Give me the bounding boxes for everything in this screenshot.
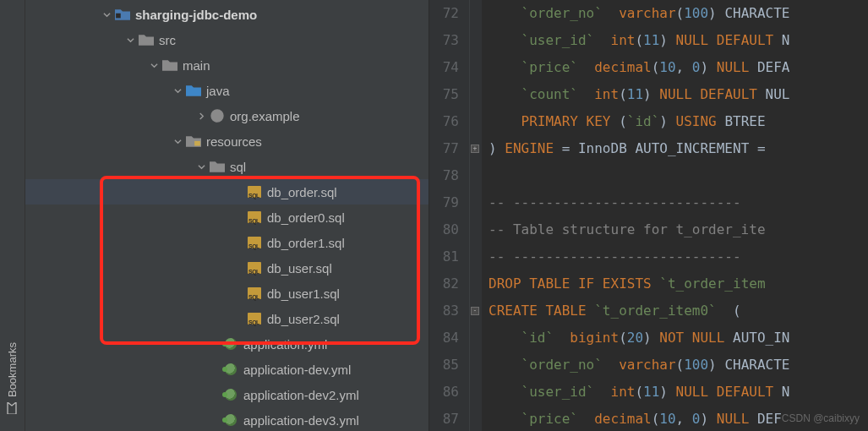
line-number: 78 [429, 162, 459, 189]
sql-file-icon [248, 262, 261, 274]
tree-item-label: db_order1.sql [267, 236, 345, 250]
code-area[interactable]: `order_no` varchar(100) CHARACTE `user_i… [482, 0, 868, 431]
sql-file-icon [248, 313, 261, 325]
line-number: 83 [429, 297, 459, 325]
fold-close-icon[interactable]: + [471, 145, 479, 153]
project-folder-icon [115, 8, 130, 21]
tree-item[interactable]: resources [25, 128, 429, 154]
chevron-down-icon[interactable] [172, 136, 183, 146]
chevron-none [210, 415, 220, 425]
chevron-none [210, 390, 220, 400]
line-number: 85 [429, 352, 459, 379]
chevron-right-icon[interactable] [196, 111, 206, 121]
tree-item-label: db_user1.sql [267, 286, 340, 301]
tree-item[interactable]: main [25, 52, 429, 78]
tree-item-label: application-dev.yml [243, 363, 351, 377]
code-line[interactable]: ) ENGINE = InnoDB AUTO_INCREMENT = [489, 135, 868, 162]
tree-item-label: application.yml [243, 337, 327, 352]
code-line[interactable]: `user_id` int(11) NULL DEFAULT N [489, 379, 868, 406]
tree-item-label: db_user2.sql [267, 312, 340, 326]
code-line[interactable]: `price` decimal(10, 0) NULL DEFA [489, 54, 868, 81]
code-line[interactable]: `count` int(11) NULL DEFAULT NUL [489, 81, 868, 108]
tree-item-label: sharging-jdbc-demo [135, 8, 257, 22]
code-line[interactable]: -- ---------------------------- [489, 189, 868, 216]
code-line[interactable]: -- ---------------------------- [489, 243, 868, 270]
folder-icon [186, 84, 201, 97]
fold-open-icon[interactable]: - [471, 307, 479, 315]
tree-item[interactable]: java [25, 78, 429, 103]
svg-rect-0 [116, 14, 121, 19]
tree-item-label: db_user.sql [267, 261, 332, 276]
code-line[interactable]: -- Table structure for t_order_ite [489, 216, 868, 243]
tree-item-label: main [183, 58, 210, 73]
code-line[interactable]: `order_no` varchar(100) CHARACTE [489, 0, 868, 27]
code-line[interactable]: CREATE TABLE `t_order_item0` ( [489, 297, 868, 325]
chevron-none [233, 288, 243, 298]
sql-file-icon [248, 211, 261, 223]
watermark: CSDN @caibixyy [782, 412, 860, 424]
line-number: 72 [429, 0, 459, 27]
chevron-none [233, 212, 243, 222]
code-line[interactable]: `id` bigint(20) NOT NULL AUTO_IN [489, 325, 868, 352]
chevron-down-icon[interactable] [196, 161, 206, 172]
line-number-gutter: 72737475767778798081828384858687 [429, 0, 470, 431]
tree-item-label: resources [206, 134, 262, 149]
tree-item[interactable]: sql [25, 154, 429, 179]
chevron-none [233, 263, 243, 273]
sql-file-icon [248, 237, 261, 248]
tree-item[interactable]: application.yml [25, 331, 429, 357]
chevron-none [233, 314, 243, 324]
code-line[interactable]: PRIMARY KEY (`id`) USING BTREE [489, 108, 868, 135]
folder-icon [162, 58, 177, 72]
fold-gutter[interactable]: +- [470, 0, 482, 431]
tree-item-label: org.example [230, 109, 300, 123]
chevron-down-icon[interactable] [149, 60, 159, 70]
tree-item[interactable]: sharging-jdbc-demo [25, 2, 429, 27]
tree-item-label: db_order0.sql [267, 210, 345, 225]
tree-item[interactable]: src [25, 27, 429, 52]
tree-item[interactable]: org.example [25, 103, 429, 128]
tree-item[interactable]: db_order1.sql [25, 230, 429, 255]
yml-file-icon [225, 338, 237, 350]
tree-item[interactable]: db_order.sql [25, 179, 429, 205]
chevron-down-icon[interactable] [101, 9, 112, 19]
line-number: 87 [429, 406, 459, 431]
tree-item[interactable]: application-dev3.yml [25, 407, 429, 431]
code-editor[interactable]: 72737475767778798081828384858687 +- `ord… [429, 0, 868, 431]
tree-item-label: db_order.sql [267, 185, 337, 199]
yml-file-icon [225, 389, 237, 401]
tree-item[interactable]: application-dev.yml [25, 357, 429, 382]
tree-item-label: src [159, 33, 176, 47]
tool-window-bar[interactable]: Bookmarks [0, 0, 25, 431]
bookmarks-label: Bookmarks [6, 342, 19, 397]
folder-icon [139, 33, 154, 46]
sql-file-icon [248, 287, 261, 299]
chevron-none [233, 237, 243, 248]
tree-item[interactable]: db_user.sql [25, 255, 429, 281]
project-tree-panel[interactable]: sharging-jdbc-demosrcmainjavaorg.example… [25, 0, 429, 431]
line-number: 86 [429, 379, 459, 406]
chevron-down-icon[interactable] [172, 85, 183, 95]
tree-item[interactable]: application-dev2.yml [25, 382, 429, 407]
code-line[interactable] [489, 162, 868, 189]
chevron-down-icon[interactable] [125, 35, 135, 45]
tree-item[interactable]: db_user2.sql [25, 306, 429, 331]
line-number: 80 [429, 216, 459, 243]
tree-item-label: java [206, 84, 230, 98]
tree-item[interactable]: db_order0.sql [25, 205, 429, 230]
line-number: 79 [429, 189, 459, 216]
folder-icon [210, 160, 225, 173]
yml-file-icon [225, 363, 237, 375]
line-number: 84 [429, 325, 459, 352]
tree-item[interactable]: db_user1.sql [25, 281, 429, 306]
line-number: 73 [429, 27, 459, 54]
package-icon [210, 108, 225, 123]
svg-point-1 [210, 109, 223, 122]
bookmarks-tab[interactable]: Bookmarks [6, 342, 19, 414]
code-line[interactable]: `user_id` int(11) NULL DEFAULT N [489, 27, 868, 54]
code-line[interactable]: DROP TABLE IF EXISTS `t_order_item [489, 270, 868, 297]
svg-rect-2 [194, 141, 200, 146]
tree-item-label: sql [230, 160, 246, 174]
code-line[interactable]: `order_no` varchar(100) CHARACTE [489, 352, 868, 379]
tree-item-label: application-dev3.yml [243, 413, 359, 428]
